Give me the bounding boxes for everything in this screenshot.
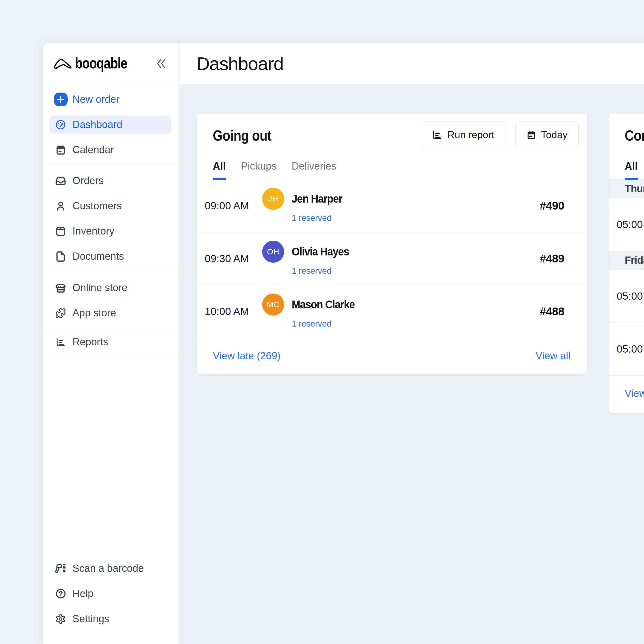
going-out-tabs: All Pickups Deliveries [197, 160, 587, 179]
barcode-scanner-icon [54, 562, 68, 575]
sidebar-item-help[interactable]: Help [49, 585, 171, 603]
sidebar-item-online-store[interactable]: Online store [49, 279, 171, 297]
plus-icon [54, 93, 68, 106]
order-number: #488 [540, 305, 587, 318]
going-out-card: Going out Run report [196, 113, 587, 374]
sidebar-item-orders[interactable]: Orders [49, 172, 171, 190]
booqable-logo-mark [54, 58, 72, 69]
tab-all[interactable]: All [213, 160, 226, 179]
order-number: #490 [540, 199, 587, 212]
booqable-wordmark: booqable [75, 54, 127, 72]
sidebar-item-dashboard[interactable]: Dashboard [49, 116, 171, 134]
inbox-icon [54, 175, 68, 186]
help-circle-icon [54, 588, 68, 599]
sidebar: booqable [43, 43, 179, 644]
order-number: #489 [540, 252, 587, 265]
today-button[interactable]: Today [515, 122, 579, 148]
reserved-link[interactable]: 1 reserved [292, 212, 346, 224]
reserved-link[interactable]: 1 reserved [292, 318, 360, 330]
view-late-link[interactable]: View late [625, 388, 644, 399]
coming-in-title: Coming in [625, 127, 644, 144]
sidebar-collapse-button[interactable] [156, 58, 166, 69]
tab-all[interactable]: All [625, 160, 638, 179]
logo-row: booqable [43, 43, 178, 84]
view-all-link[interactable]: View all [536, 350, 570, 362]
reserved-link[interactable]: 1 reserved [292, 265, 354, 277]
view-late-link[interactable]: View late (269) [213, 350, 281, 362]
day-band-thursday: Thursday [609, 179, 644, 198]
going-out-rows: 09:00 AM JH Jen Harper 1 reserved #490 0… [197, 179, 587, 338]
sidebar-item-inventory[interactable]: Inventory [49, 222, 171, 240]
gear-icon [54, 614, 68, 624]
coming-in-tabs: All [609, 160, 644, 179]
dashboard-content: Going out Run report [179, 84, 644, 413]
box-icon [54, 226, 68, 237]
sidebar-item-customers[interactable]: Customers [49, 197, 171, 215]
sidebar-item-app-store[interactable]: App store [49, 304, 171, 322]
sidebar-item-documents[interactable]: Documents [49, 247, 171, 265]
file-icon [54, 251, 68, 262]
tab-deliveries[interactable]: Deliveries [292, 160, 336, 179]
main-area: Dashboard Going out Run report [179, 43, 644, 644]
page-title: Dashboard [196, 53, 283, 74]
puzzle-icon [54, 308, 68, 319]
sidebar-item-calendar[interactable]: Calendar [49, 141, 171, 159]
calendar-icon [526, 130, 536, 140]
app-window: booqable [43, 43, 644, 644]
bar-chart-icon [54, 337, 68, 347]
main-header: Dashboard [179, 43, 644, 84]
order-row[interactable]: 05:00 PM [609, 323, 644, 375]
storefront-icon [54, 282, 68, 294]
avatar: MC [262, 294, 284, 316]
sidebar-item-scan-barcode[interactable]: Scan a barcode [49, 559, 171, 577]
order-row[interactable]: 10:00 AM MC Mason Clarke 1 reserved #488 [197, 285, 587, 338]
order-row[interactable]: 09:00 AM JH Jen Harper 1 reserved #490 [197, 179, 587, 232]
order-row[interactable]: 05:00 PM [609, 270, 644, 323]
avatar: OH [262, 241, 284, 263]
user-icon [54, 200, 68, 212]
run-report-button[interactable]: Run report [421, 122, 505, 148]
tab-pickups[interactable]: Pickups [241, 160, 277, 179]
chevrons-left-icon [156, 58, 166, 69]
avatar: JH [262, 188, 284, 210]
gauge-icon [54, 119, 68, 130]
order-row[interactable]: 09:30 AM OH Olivia Hayes 1 reserved #489 [197, 232, 587, 285]
sidebar-item-new-order[interactable]: New order [49, 90, 171, 108]
bar-chart-icon [432, 130, 442, 140]
order-row[interactable]: 05:00 PM [609, 198, 644, 251]
sidebar-item-settings[interactable]: Settings [49, 610, 171, 628]
calendar-icon [54, 145, 68, 155]
day-band-friday: Friday [609, 251, 644, 270]
sidebar-nav: New order Dashboard [43, 84, 178, 355]
booqable-logo[interactable]: booqable [54, 56, 156, 72]
sidebar-item-reports[interactable]: Reports [49, 333, 171, 351]
coming-in-card: Coming in All Thursday 05:00 PM Friday 0… [608, 113, 644, 413]
